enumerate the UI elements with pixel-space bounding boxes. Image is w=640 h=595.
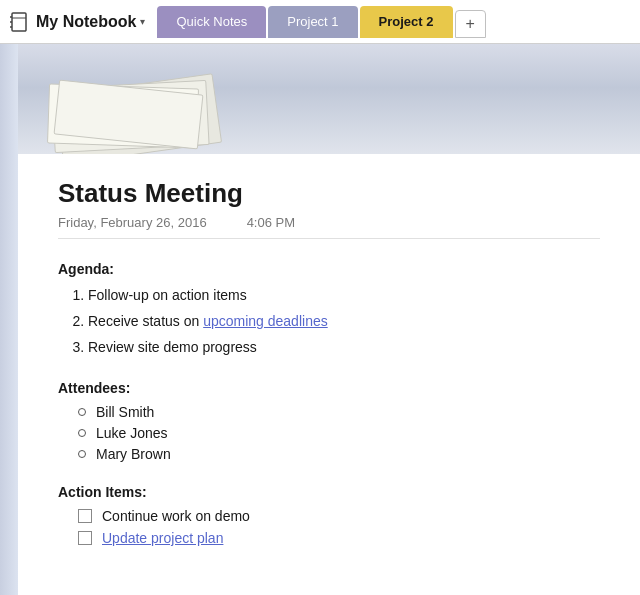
action-item-2: Update project plan <box>78 530 600 546</box>
attendee-bullet-2 <box>78 429 86 437</box>
action-checkbox-2[interactable] <box>78 531 92 545</box>
action-text-1: Continue work on demo <box>102 508 250 524</box>
tabs-container: Quick Notes Project 1 Project 2 + <box>157 6 632 38</box>
svg-rect-0 <box>12 13 26 31</box>
attendee-name-3: Mary Brown <box>96 446 171 462</box>
tab-add-button[interactable]: + <box>455 10 486 38</box>
tab-quick-notes[interactable]: Quick Notes <box>157 6 266 38</box>
agenda-link[interactable]: upcoming deadlines <box>203 313 328 329</box>
attendee-name-2: Luke Jones <box>96 425 168 441</box>
note-content: Status Meeting Friday, February 26, 2016… <box>18 154 640 595</box>
agenda-list: Follow-up on action items Receive status… <box>58 285 600 358</box>
note-date: Friday, February 26, 2016 <box>58 215 207 230</box>
title-bar: My Notebook ▾ Quick Notes Project 1 Proj… <box>0 0 640 44</box>
attendee-item-3: Mary Brown <box>78 446 600 462</box>
action-items-section: Action Items: Continue work on demo Upda… <box>58 484 600 546</box>
main-area: Status Meeting Friday, February 26, 2016… <box>0 44 640 595</box>
note-time: 4:06 PM <box>247 215 295 230</box>
agenda-label: Agenda: <box>58 261 600 277</box>
action-checkbox-1[interactable] <box>78 509 92 523</box>
attendee-bullet-1 <box>78 408 86 416</box>
attendees-list: Bill Smith Luke Jones Mary Brown <box>58 404 600 462</box>
action-items-list: Continue work on demo Update project pla… <box>58 508 600 546</box>
attendees-label: Attendees: <box>58 380 600 396</box>
notebook-dropdown-arrow[interactable]: ▾ <box>140 16 145 27</box>
action-items-label: Action Items: <box>58 484 600 500</box>
content-wrapper: Status Meeting Friday, February 26, 2016… <box>18 44 640 595</box>
tab-project1[interactable]: Project 1 <box>268 6 357 38</box>
left-sidebar <box>0 44 18 595</box>
action-text-2: Update project plan <box>102 530 223 546</box>
attendee-bullet-3 <box>78 450 86 458</box>
header-image <box>18 44 640 154</box>
attendee-item-1: Bill Smith <box>78 404 600 420</box>
attendee-item-2: Luke Jones <box>78 425 600 441</box>
agenda-item-1: Follow-up on action items <box>88 285 600 306</box>
agenda-section: Agenda: Follow-up on action items Receiv… <box>58 261 600 358</box>
notebook-icon <box>8 11 30 33</box>
note-title: Status Meeting <box>58 178 600 209</box>
paper-stack-decoration <box>48 64 228 154</box>
notebook-title: My Notebook <box>36 13 136 31</box>
note-meta: Friday, February 26, 2016 4:06 PM <box>58 215 600 239</box>
attendee-name-1: Bill Smith <box>96 404 154 420</box>
agenda-item-2: Receive status on upcoming deadlines <box>88 311 600 332</box>
action-item-1: Continue work on demo <box>78 508 600 524</box>
attendees-section: Attendees: Bill Smith Luke Jones Mary Br… <box>58 380 600 462</box>
tab-project2[interactable]: Project 2 <box>360 6 453 38</box>
agenda-item-3: Review site demo progress <box>88 337 600 358</box>
